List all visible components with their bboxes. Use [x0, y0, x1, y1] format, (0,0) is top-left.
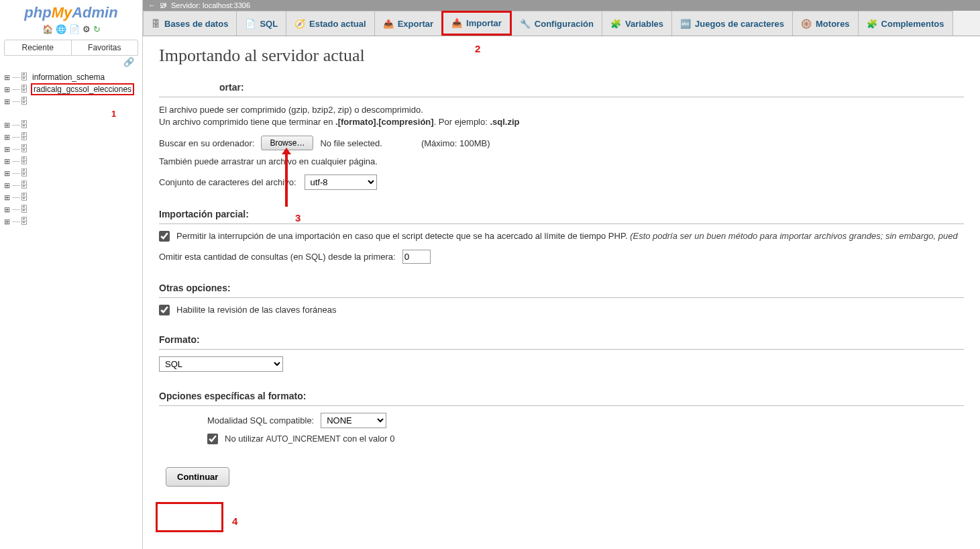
- wrench-icon: 🔧: [520, 19, 531, 29]
- format-select[interactable]: SQL: [159, 356, 283, 372]
- expand-icon[interactable]: ⊞: [4, 121, 11, 130]
- database-icon: 🗄: [20, 132, 30, 142]
- section-format-opts-heading: Opciones específicas al formato:: [159, 391, 964, 406]
- expand-icon[interactable]: ⊞: [4, 169, 11, 178]
- main-tabs: 🗄Bases de datos 📄SQL 🧭Estado actual 📤Exp…: [143, 11, 980, 36]
- export-icon: 📤: [383, 19, 394, 29]
- tree-line: —: [12, 72, 19, 82]
- variables-icon: 🧩: [610, 19, 621, 29]
- database-icon: 🗄: [20, 181, 30, 190]
- sidebar-quick-icons: 🏠 🌐 📄 ⚙ ↻: [0, 24, 142, 37]
- database-icon: 🗄: [20, 97, 30, 106]
- tab-label: Configuración: [535, 19, 594, 29]
- tab-charsets[interactable]: 🔤Juegos de caracteres: [671, 11, 793, 36]
- link-icon[interactable]: 🔗: [0, 56, 142, 70]
- sql-compat-label: Modalidad SQL compatible:: [207, 415, 314, 426]
- sidebar-tab-recent[interactable]: Reciente: [5, 40, 72, 55]
- submit-button[interactable]: Continuar: [166, 467, 229, 487]
- tab-engines[interactable]: 🛞Motores: [792, 11, 859, 36]
- tab-settings[interactable]: 🔧Configuración: [511, 11, 602, 36]
- sidebar: phpMyAdmin 🏠 🌐 📄 ⚙ ↻ Reciente Favoritas …: [0, 0, 143, 549]
- database-icon: 🗄: [20, 72, 30, 82]
- database-tree: ⊞ — 🗄 information_schema ⊞ — 🗄 radicalg_…: [0, 70, 142, 228]
- annotation-1: 1: [111, 109, 138, 119]
- tab-import[interactable]: 📥Importar: [441, 11, 512, 36]
- tab-status[interactable]: 🧭Estado actual: [286, 11, 375, 36]
- annotation-arrow: [285, 153, 288, 207]
- tab-variables[interactable]: 🧩Variables: [602, 11, 672, 36]
- tab-label: Exportar: [398, 19, 433, 29]
- reload-icon[interactable]: ↻: [93, 24, 101, 34]
- tab-label: Complementos: [881, 19, 944, 29]
- home-icon[interactable]: 🏠: [42, 24, 53, 34]
- file-hint-1: El archivo puede ser comprimido (gzip, b…: [159, 104, 964, 116]
- section-other-heading: Otras opciones:: [159, 283, 964, 298]
- sidebar-tab-group: Reciente Favoritas: [4, 40, 138, 56]
- db-information-schema[interactable]: information_schema: [31, 72, 106, 82]
- import-icon: 📥: [451, 18, 462, 28]
- collapse-nav-icon[interactable]: ←: [148, 1, 156, 9]
- main-area: ← 🖳 Servidor: localhost:3306 🗄Bases de d…: [143, 0, 980, 549]
- import-form: Importando al servidor actual ortar: El …: [143, 36, 980, 513]
- expand-icon[interactable]: ⊞: [4, 157, 11, 166]
- page-title: Importando al servidor actual: [159, 46, 964, 66]
- db-radicalg[interactable]: radicalg_gcssol_elecciones: [31, 83, 134, 95]
- charset-label: Conjunto de caracteres del archivo:: [159, 177, 296, 187]
- expand-icon[interactable]: ⊞: [4, 217, 11, 226]
- tab-plugins[interactable]: 🧩Complementos: [858, 11, 953, 36]
- max-size: (Máximo: 100MB): [421, 138, 490, 148]
- tab-label: SQL: [260, 19, 278, 29]
- database-icon: 🗄: [20, 193, 30, 202]
- breadcrumb-server[interactable]: Servidor: localhost:3306: [171, 1, 250, 9]
- expand-icon[interactable]: ⊞: [4, 145, 11, 154]
- allow-interrupt-checkbox[interactable]: [159, 231, 170, 242]
- database-tab-icon: 🗄: [152, 19, 160, 29]
- database-icon: 🗄: [20, 120, 30, 130]
- charset-select[interactable]: utf-8: [305, 174, 377, 190]
- database-icon: 🗄: [20, 217, 30, 226]
- expand-icon[interactable]: ⊞: [4, 205, 11, 214]
- tab-label: Motores: [816, 19, 850, 29]
- section-format-heading: Formato:: [159, 334, 964, 350]
- settings-gear-icon[interactable]: ⚙: [83, 24, 91, 34]
- engine-icon: 🛞: [801, 19, 812, 29]
- logo-part-php: php: [24, 4, 51, 21]
- skip-queries-input[interactable]: [402, 250, 431, 264]
- file-hint-2: Un archivo comprimido tiene que terminar…: [159, 116, 964, 128]
- charset-icon: 🔤: [680, 19, 691, 29]
- annotation-4: 4: [232, 515, 237, 527]
- sql-icon: 📄: [245, 19, 256, 29]
- allow-interrupt-label: Permitir la interrupción de una importac…: [176, 231, 958, 241]
- sql-compat-select[interactable]: NONE: [321, 413, 386, 428]
- fk-check-checkbox[interactable]: [159, 305, 170, 315]
- tab-databases[interactable]: 🗄Bases de datos: [143, 11, 237, 36]
- no-file-selected: No file selected.: [320, 138, 382, 148]
- drag-hint: También puede arrastrar un archivo en cu…: [159, 156, 964, 168]
- database-icon: 🗄: [20, 168, 30, 178]
- breadcrumb-bar: ← 🖳 Servidor: localhost:3306: [143, 0, 980, 11]
- expand-icon[interactable]: ⊞: [4, 193, 11, 202]
- section-partial-heading: Importación parcial:: [159, 209, 964, 224]
- database-icon: 🗄: [20, 85, 30, 94]
- pma-logo[interactable]: phpMyAdmin: [0, 0, 142, 24]
- database-icon: 🗄: [20, 205, 30, 214]
- sidebar-tab-favorites[interactable]: Favoritas: [72, 40, 138, 55]
- expand-icon[interactable]: ⊞: [4, 181, 11, 190]
- docs-icon[interactable]: 📄: [69, 24, 80, 34]
- expand-icon[interactable]: ⊞: [4, 85, 11, 94]
- annotation-2: 2: [475, 43, 480, 54]
- tab-export[interactable]: 📤Exportar: [374, 11, 442, 36]
- logout-icon[interactable]: 🌐: [56, 24, 66, 34]
- section-file-heading: ortar:: [159, 82, 964, 97]
- tab-label: Bases de datos: [164, 19, 228, 29]
- expand-icon[interactable]: ⊞: [4, 73, 11, 82]
- no-autoincrement-checkbox[interactable]: [207, 434, 218, 444]
- status-icon: 🧭: [294, 19, 305, 29]
- expand-icon[interactable]: ⊞: [4, 97, 11, 106]
- expand-icon[interactable]: ⊞: [4, 133, 11, 142]
- tree-line: —: [12, 85, 19, 94]
- database-icon: 🗄: [20, 156, 30, 166]
- annotation-3: 3: [295, 212, 301, 223]
- tab-sql[interactable]: 📄SQL: [236, 11, 286, 36]
- tab-label: Variables: [625, 19, 663, 29]
